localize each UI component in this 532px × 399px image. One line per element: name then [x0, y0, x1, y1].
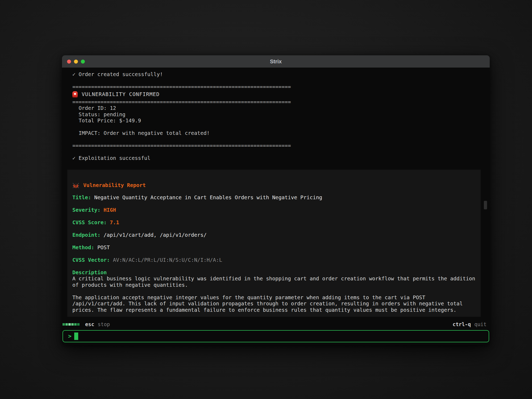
separator-line: ========================================… — [72, 143, 490, 149]
report-field-title: Title:Negative Quantity Acceptance in Ca… — [72, 194, 476, 201]
scrollbar-thumb[interactable] — [484, 201, 487, 209]
description-header: Description — [72, 269, 476, 276]
field-value: Negative Quantity Acceptance in Cart Ena… — [94, 194, 322, 201]
spinner-dot — [63, 323, 65, 326]
vulnerability-confirmed-banner: VULNERABILITY CONFIRMED — [72, 90, 490, 98]
field-label: Severity: — [72, 207, 101, 213]
prompt-symbol: > — [68, 333, 72, 339]
description-paragraph-2: The application accepts negative integer… — [72, 294, 476, 313]
strix-window: Strix ✓ Order created successfully! ====… — [62, 55, 490, 345]
field-label: Endpoint: — [72, 232, 101, 238]
spinner-dot — [65, 323, 68, 326]
separator-line: ========================================… — [72, 84, 490, 90]
log-order-id: Order ID: 12 — [72, 105, 490, 111]
siren-icon — [72, 91, 78, 98]
terminal-output: ✓ Order created successfully! ==========… — [62, 68, 490, 319]
report-header: Vulnerability Report — [72, 182, 476, 189]
field-label: Method: — [72, 244, 94, 251]
report-field-cvss-vector: CVSS Vector:AV:N/AC:L/PR:L/UI:N/S:U/C:N/… — [72, 257, 476, 263]
text-cursor — [74, 332, 78, 340]
quit-key-hint: ctrl-q — [453, 321, 471, 327]
titlebar: Strix — [62, 55, 490, 68]
log-exploitation: ✓ Exploitation successful — [72, 155, 490, 161]
separator-line: ========================================… — [72, 99, 490, 105]
input-area: > — [62, 330, 490, 345]
report-field-method: Method:POST — [72, 244, 476, 251]
field-value: 7.1 — [110, 219, 119, 226]
vulnerability-report-panel: Vulnerability Report Title:Negative Quan… — [67, 170, 481, 317]
field-value: AV:N/AC:L/PR:L/UI:N/S:U/C:N/I:H/A:L — [113, 257, 222, 263]
spinner-dot — [71, 323, 74, 326]
bug-icon — [72, 182, 79, 189]
log-total-price: Total Price: $-149.9 — [72, 118, 490, 124]
log-status: Status: pending — [72, 111, 490, 118]
window-title: Strix — [62, 59, 490, 65]
field-label: CVSS Vector: — [72, 257, 110, 263]
log-order-created: ✓ Order created successfully! — [72, 71, 490, 78]
spinner-dot — [77, 323, 80, 326]
log-impact: IMPACT: Order with negative total create… — [72, 130, 490, 136]
field-label: CVSS Score: — [72, 219, 107, 226]
esc-key-hint: esc — [85, 321, 94, 327]
field-value: /api/v1/cart/add, /api/v1/orders/ — [103, 232, 206, 238]
report-field-severity: Severity:HIGH — [72, 207, 476, 213]
spinner — [63, 323, 80, 326]
esc-action-label: stop — [98, 321, 110, 327]
spinner-dot — [68, 323, 71, 326]
alert-title: VULNERABILITY CONFIRMED — [82, 91, 160, 98]
report-title: Vulnerability Report — [83, 182, 146, 189]
spinner-dot — [74, 323, 77, 326]
field-value: POST — [97, 244, 110, 251]
quit-action-label: quit — [474, 321, 487, 327]
command-input[interactable]: > — [63, 330, 489, 342]
status-bar: esc stop ctrl-q quit — [62, 319, 490, 330]
field-value: HIGH — [103, 207, 116, 213]
report-field-endpoint: Endpoint:/api/v1/cart/add, /api/v1/order… — [72, 232, 476, 238]
description-paragraph-1: A critical business logic vulnerability … — [72, 276, 476, 288]
field-label: Title: — [72, 194, 91, 201]
report-field-cvss-score: CVSS Score:7.1 — [72, 219, 476, 226]
